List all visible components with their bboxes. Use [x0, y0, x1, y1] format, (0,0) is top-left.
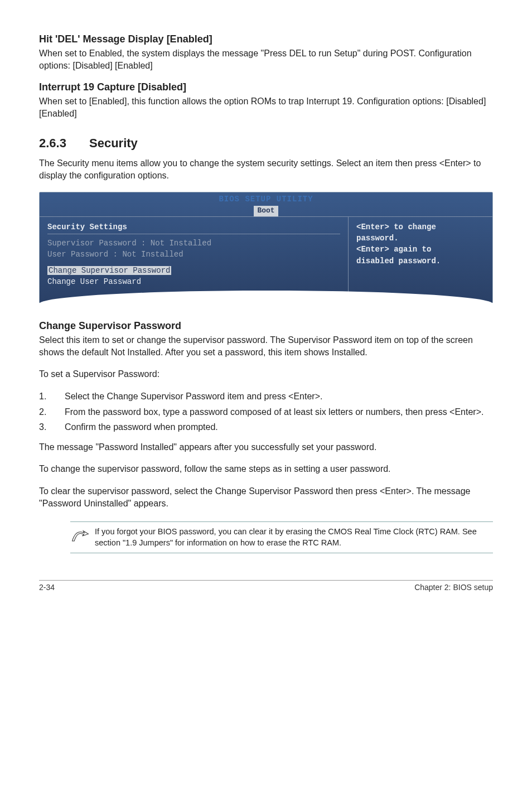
paragraph: The message "Password Installed" appears…	[39, 441, 493, 453]
bios-help-line: password.	[356, 233, 485, 244]
heading-change-supervisor-password: Change Supervisor Password	[39, 320, 493, 332]
paragraph: The Security menu items allow you to cha…	[39, 157, 493, 181]
bios-row-change-user: Change User Passward	[47, 276, 340, 287]
bios-row-supervisor-password: Supervisor Password : Not Installed	[47, 238, 340, 249]
bios-value: Not Installed	[122, 250, 183, 259]
paragraph: To clear the supervisor password, select…	[39, 485, 493, 509]
heading-interrupt-19: Interrupt 19 Capture [Disabled]	[39, 81, 493, 93]
note-text: If you forgot your BIOS password, you ca…	[95, 526, 493, 548]
bios-help-line: <Enter> again to	[356, 244, 485, 255]
bios-section-title: Security Settings	[47, 221, 340, 233]
bios-label: Supervisor Password	[47, 239, 137, 248]
bios-value: Not Installed	[151, 239, 211, 248]
paragraph: To change the supervisor password, follo…	[39, 463, 493, 475]
list-item-text: Confirm the password when prompted.	[65, 421, 218, 433]
paragraph: When set to Enabled, the system displays…	[39, 47, 493, 71]
bios-selected-item: Change Supervisor Password	[47, 266, 171, 275]
list-item: 1.Select the Change Supervisor Password …	[39, 390, 493, 403]
ordered-list: 1.Select the Change Supervisor Password …	[39, 390, 493, 433]
list-item: 3.Confirm the password when prompted.	[39, 421, 493, 433]
bios-tab-boot: Boot	[254, 206, 278, 216]
page-number: 2-34	[39, 583, 55, 592]
note-icon	[70, 526, 95, 547]
page-footer: 2-34 Chapter 2: BIOS setup	[39, 580, 493, 592]
section-title: Security	[89, 136, 138, 151]
heading-hit-del: Hit 'DEL' Message Display [Enabled]	[39, 33, 493, 45]
bios-screenshot: BIOS SETUP UTILITY Boot Security Setting…	[39, 192, 493, 304]
list-item-text: From the password box, type a password c…	[65, 406, 483, 418]
paragraph: When set to [Enabled], this function all…	[39, 95, 493, 119]
paragraph: To set a Supervisor Password:	[39, 368, 493, 380]
note-box: If you forgot your BIOS password, you ca…	[70, 521, 493, 553]
bios-help-line: disabled password.	[356, 255, 485, 267]
section-number: 2.6.3	[39, 136, 89, 151]
paragraph: Select this item to set or change the su…	[39, 334, 493, 358]
bios-left-panel: Security Settings Supervisor Password : …	[40, 217, 349, 303]
bios-label: User Password	[47, 250, 108, 259]
chapter-label: Chapter 2: BIOS setup	[414, 583, 493, 592]
bios-header-title: BIOS SETUP UTILITY	[40, 194, 492, 205]
list-item: 2.From the password box, type a password…	[39, 406, 493, 418]
bios-help-line: <Enter> to change	[356, 221, 485, 233]
bios-help-panel: <Enter> to change password. <Enter> agai…	[349, 217, 492, 303]
list-item-text: Select the Change Supervisor Password it…	[65, 390, 322, 403]
section-heading: 2.6.3 Security	[39, 136, 493, 151]
bios-row-change-supervisor: Change Supervisor Password	[47, 265, 340, 276]
bios-row-user-password: User Password : Not Installed	[47, 249, 340, 260]
